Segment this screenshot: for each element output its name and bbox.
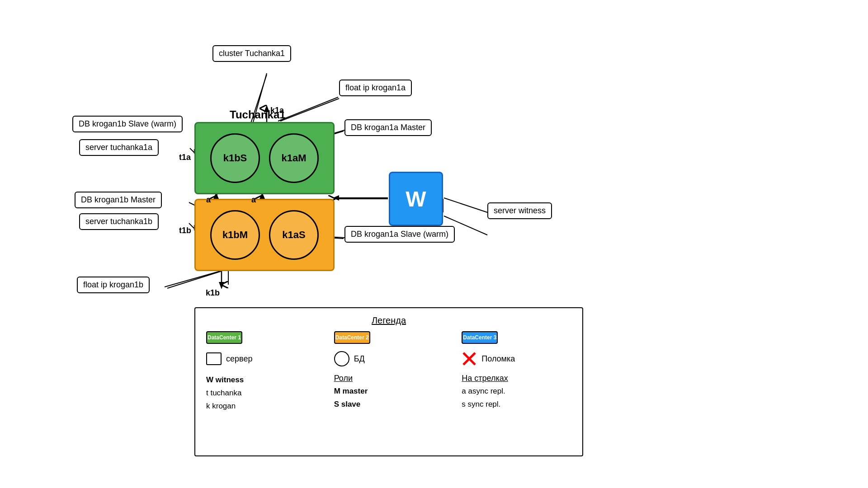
svg-line-1: [280, 99, 339, 121]
legend-datacenter2: DataCenter 2: [334, 331, 444, 344]
db-krogan1a-slave-label: DB krogan1a Slave (warm): [344, 226, 455, 243]
arrows-title: На стрелках: [462, 374, 571, 383]
db-krogan1a-master-label: DB krogan1a Master: [344, 119, 432, 136]
server-icon: [206, 352, 222, 365]
db-k1bM: k1bM: [210, 210, 260, 260]
legend-server: сервер: [206, 351, 316, 366]
float-ip-krogan1a-label: float ip krogan1a: [339, 80, 412, 96]
legend-failure: Поломка: [462, 351, 571, 366]
legend-title: Легенда: [206, 315, 571, 326]
server-t1a: k1bS k1aM: [194, 122, 335, 194]
datacenter3-color: DataCenter 3: [462, 331, 498, 344]
legend-arrows: На стрелках a async repl. s sync repl.: [462, 374, 571, 413]
legend-container: Легенда DataCenter 1 DataCenter 2 DataCe…: [194, 307, 583, 456]
server-witness-label: server witness: [487, 202, 552, 219]
datacenter2-color: DataCenter 2: [334, 331, 370, 344]
db-krogan1b-master-label: DB krogan1b Master: [75, 192, 162, 208]
legend-datacenter1: DataCenter 1: [206, 331, 316, 344]
server-tuchanka1b-label: server tuchanka1b: [79, 213, 159, 230]
legend-datacenter3: DataCenter 3: [462, 331, 571, 344]
svg-line-25: [165, 271, 220, 287]
witness-server: W: [389, 172, 443, 226]
server-t1b-badge: t1b: [179, 226, 191, 235]
server-t1a-badge: t1a: [179, 153, 191, 162]
db-k1aM: k1aM: [269, 133, 319, 183]
db-k1aS: k1aS: [269, 210, 319, 260]
server-tuchanka1a-label: server tuchanka1a: [79, 139, 159, 156]
arrow-k1a-label: k1a: [270, 106, 284, 115]
arrow-a-right-label: a: [251, 195, 256, 205]
db-k1bS: k1bS: [210, 133, 260, 183]
cluster-label: cluster Tuchanka1: [212, 45, 291, 62]
legend-abbreviations: W witness t tuchanka k krogan: [206, 374, 316, 413]
float-ip-krogan1b-label: float ip krogan1b: [77, 277, 150, 293]
arrow-k1b-label: k1b: [206, 288, 220, 298]
db-krogan1b-slave-label: DB krogan1b Slave (warm): [72, 116, 183, 132]
legend-db: БД: [334, 351, 444, 366]
roles-title: Роли: [334, 374, 444, 383]
datacenter1-color: DataCenter 1: [206, 331, 242, 344]
svg-line-18: [278, 97, 338, 121]
failure-icon: [462, 351, 477, 366]
db-icon: [334, 351, 349, 366]
arrow-a-left-label: a: [206, 195, 211, 205]
svg-line-2: [167, 271, 222, 288]
legend-roles: Роли M master S slave: [334, 374, 444, 413]
svg-line-26: [444, 198, 487, 212]
server-t1b: k1bM k1aS: [194, 199, 335, 271]
